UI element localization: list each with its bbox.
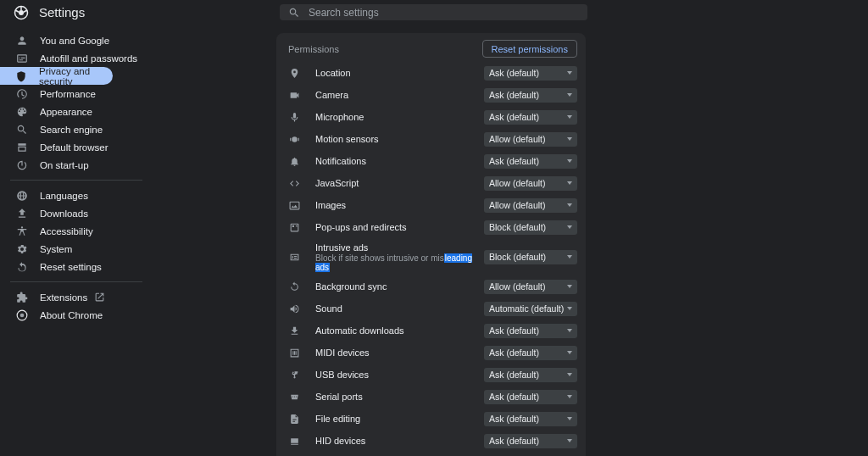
mic-icon (288, 111, 300, 123)
chevron-down-icon (567, 373, 572, 376)
hid-icon (288, 435, 300, 447)
permission-row: Background syncAllow (default) (276, 275, 586, 298)
location-icon (288, 67, 300, 79)
sidebar-item-reset[interactable]: Reset settings (0, 258, 153, 275)
permission-select[interactable]: Ask (default) (484, 154, 577, 169)
svg-point-3 (19, 10, 24, 15)
chevron-down-icon (567, 417, 572, 420)
code-icon (288, 177, 300, 189)
permission-select[interactable]: Allow (default) (484, 176, 577, 191)
permission-value: Ask (default) (489, 112, 539, 122)
permission-value: Ask (default) (489, 414, 539, 424)
permission-value: Ask (default) (489, 392, 539, 402)
permission-select[interactable]: Ask (default) (484, 346, 577, 360)
sidebar-item-languages[interactable]: Languages (0, 186, 153, 204)
permission-row: SoundAutomatic (default) (276, 298, 586, 320)
permission-select[interactable]: Allow (default) (484, 198, 577, 213)
search-icon (15, 123, 28, 136)
chevron-down-icon (567, 93, 572, 97)
browser-icon (15, 141, 28, 153)
permission-subtext: Block if site shows intrusive or mislead… (315, 253, 484, 272)
permission-select[interactable]: Ask (default) (484, 412, 577, 426)
sidebar-item-performance[interactable]: Performance (0, 85, 153, 103)
search-input[interactable] (309, 7, 579, 19)
sidebar-item-about[interactable]: About Chrome (0, 306, 153, 324)
image-icon (288, 199, 300, 211)
sidebar-item-label: Default browser (40, 142, 108, 153)
sidebar-item-downloads[interactable]: Downloads (0, 204, 153, 222)
reset-permissions-button[interactable]: Reset permissions (482, 40, 577, 58)
permission-row: ClipboardAsk (default) (276, 452, 586, 456)
search-container[interactable] (280, 4, 587, 20)
permission-row: Automatic downloadsAsk (default) (276, 320, 586, 342)
chevron-down-icon (567, 307, 572, 310)
sidebar-item-label: Accessibility (40, 226, 93, 236)
sidebar-item-startup[interactable]: On start-up (0, 156, 153, 174)
permission-row: Serial portsAsk (default) (276, 386, 586, 408)
sidebar: You and GoogleAutofill and passwordsPriv… (0, 25, 153, 456)
chevron-down-icon (567, 203, 572, 207)
main-content: Permissions Reset permissions LocationAs… (153, 25, 868, 456)
permission-value: Ask (default) (489, 156, 539, 166)
sidebar-item-label: Downloads (40, 209, 88, 219)
sync-icon (288, 281, 300, 292)
sidebar-divider (10, 281, 142, 282)
sidebar-item-autofill[interactable]: Autofill and passwords (0, 49, 153, 67)
chevron-down-icon (567, 115, 572, 119)
sidebar-item-system[interactable]: System (0, 240, 153, 258)
permission-select[interactable]: Ask (default) (484, 434, 577, 448)
sidebar-item-label: About Chrome (40, 310, 103, 320)
midi-icon (288, 347, 300, 359)
permission-label: USB devices (315, 370, 484, 380)
permission-label: Pop-ups and redirects (315, 222, 484, 232)
sidebar-divider (10, 180, 142, 181)
sidebar-item-privacy[interactable]: Privacy and security (0, 67, 113, 85)
permission-label: Motion sensors (315, 134, 484, 144)
card-title: Permissions (288, 44, 339, 54)
autofill-icon (15, 52, 28, 64)
sidebar-item-label: Appearance (40, 107, 92, 117)
permission-select[interactable]: Ask (default) (484, 110, 577, 125)
extension-icon (15, 291, 28, 303)
permission-select[interactable]: Ask (default) (484, 88, 577, 103)
permission-select[interactable]: Ask (default) (484, 368, 577, 382)
permission-select[interactable]: Block (default) (484, 250, 577, 264)
permission-select[interactable]: Ask (default) (484, 66, 577, 81)
permission-label: Sound (315, 303, 484, 314)
permission-value: Ask (default) (489, 90, 539, 100)
permission-select[interactable]: Automatic (default) (484, 302, 577, 316)
sidebar-item-accessibility[interactable]: Accessibility (0, 222, 153, 240)
permission-select[interactable]: Allow (default) (484, 280, 577, 294)
sidebar-item-appearance[interactable]: Appearance (0, 103, 153, 120)
permission-row: ImagesAllow (default) (276, 194, 586, 216)
sidebar-item-default-browser[interactable]: Default browser (0, 138, 153, 156)
chevron-down-icon (567, 159, 572, 163)
sidebar-item-search-engine[interactable]: Search engine (0, 120, 153, 138)
sidebar-item-label: Performance (40, 89, 96, 99)
ads-icon (288, 251, 300, 263)
permission-select[interactable]: Ask (default) (484, 390, 577, 404)
chevron-down-icon (567, 439, 572, 442)
permission-row: NotificationsAsk (default) (276, 150, 586, 172)
permission-select[interactable]: Ask (default) (484, 324, 577, 338)
permission-value: Ask (default) (489, 370, 539, 380)
chevron-down-icon (567, 181, 572, 185)
permission-select[interactable]: Block (default) (484, 220, 577, 235)
search-icon (288, 7, 300, 19)
sound-icon (288, 303, 300, 314)
permission-select[interactable]: Allow (default) (484, 132, 577, 147)
permission-row: HID devicesAsk (default) (276, 430, 586, 452)
permission-value: Allow (default) (489, 200, 546, 210)
sidebar-item-extensions[interactable]: Extensions (0, 288, 153, 306)
sidebar-item-label: Languages (40, 191, 88, 201)
permission-value: Ask (default) (489, 325, 539, 336)
security-icon (15, 70, 27, 82)
permission-label: JavaScript (315, 178, 484, 188)
sidebar-item-label: Autofill and passwords (40, 53, 137, 64)
permission-label: Camera (315, 90, 484, 100)
permission-row: LocationAsk (default) (276, 62, 586, 84)
bell-icon (288, 155, 300, 167)
permission-label: Background sync (315, 281, 484, 292)
external-link-icon (94, 292, 105, 303)
sidebar-item-you-and-google[interactable]: You and Google (0, 31, 153, 49)
